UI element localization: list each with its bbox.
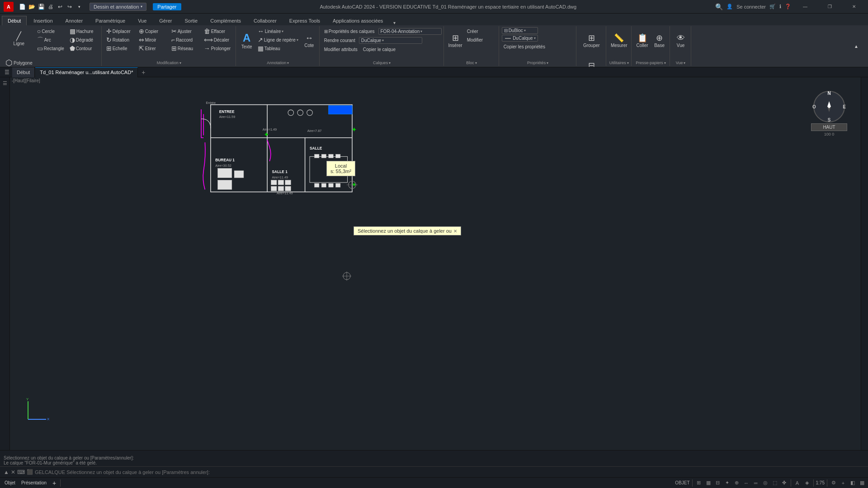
command-input[interactable]	[35, 469, 864, 475]
btn-lineaire[interactable]: ↔ Linéaire ▾	[256, 27, 300, 35]
proprietes-expand[interactable]: ▾	[547, 61, 548, 65]
workspace-icon[interactable]: ▦	[858, 479, 866, 487]
btn-texte[interactable]: A Texte	[239, 27, 255, 54]
prop-type-dropdown[interactable]: ⊟ DuBloc ▾	[502, 27, 538, 34]
tab-express[interactable]: Express Tools	[283, 16, 326, 25]
btn-ligne[interactable]: ╱ Ligne	[4, 27, 34, 51]
btn-dégradé[interactable]: ◑ Dégradé	[68, 36, 99, 44]
doc-tab-debut[interactable]: Début	[12, 67, 35, 77]
btn-base[interactable]: ⊕ Base	[651, 27, 668, 54]
btn-objet[interactable]: Objet	[2, 479, 18, 488]
calque-current-dropdown[interactable]: FOR-04-Annotation ▾	[378, 28, 442, 35]
ribbon-more-tab[interactable]: ▾	[390, 20, 399, 25]
compass-haut-button[interactable]: HAUT	[811, 123, 847, 131]
maximize-button[interactable]: ❐	[819, 0, 840, 14]
calque-color-dropdown[interactable]: DuCalque ▾	[359, 37, 422, 44]
new-tab-button[interactable]: +	[138, 67, 148, 77]
otrack-icon[interactable]: ↔	[742, 479, 750, 487]
btn-etirer[interactable]: ⇱ Etirer	[137, 44, 169, 52]
btn-contour[interactable]: ⬟ Contour	[68, 44, 99, 52]
store-icon[interactable]: 🛒	[769, 4, 776, 9]
btn-hachure[interactable]: ▩ Hachure	[68, 27, 99, 35]
tooltip-close[interactable]: ✕	[453, 229, 457, 234]
qat-undo[interactable]: ↩	[56, 3, 64, 11]
selection-icon[interactable]: ⬚	[771, 479, 779, 487]
btn-add-layout[interactable]: +	[50, 479, 59, 488]
info-icon[interactable]: ℹ	[779, 4, 781, 9]
btn-degrouper[interactable]: ⊟ Dégrouper	[579, 55, 604, 67]
polar-icon[interactable]: ✦	[723, 479, 731, 487]
qat-more[interactable]: ▾	[75, 3, 83, 11]
btn-tableau[interactable]: ▦ Tableau	[256, 44, 300, 52]
gizmo-icon[interactable]: ✤	[780, 479, 788, 487]
tab-vue[interactable]: Vue	[132, 16, 152, 25]
btn-ligne-repere[interactable]: ↗ Ligne de repère ▾	[256, 36, 300, 44]
btn-inserer[interactable]: ⊞ Insérer	[447, 27, 464, 54]
btn-raccord[interactable]: ⌐ Raccord	[170, 36, 201, 44]
hamburger-menu[interactable]: ☰	[2, 67, 12, 77]
btn-effacer[interactable]: 🗑 Effacer	[202, 27, 234, 35]
tab-sortie[interactable]: Sortie	[179, 16, 203, 25]
tab-complements[interactable]: Compléments	[204, 16, 247, 25]
tab-collaborer[interactable]: Collaborer	[248, 16, 283, 25]
btn-grouper[interactable]: ⊞ Grouper	[579, 27, 604, 54]
pp-expand[interactable]: ▾	[664, 61, 666, 65]
tab-debut[interactable]: Début	[2, 16, 27, 25]
prop-line-dropdown[interactable]: DuCalque ▾	[502, 35, 538, 42]
ribbon-collapse[interactable]: ▲	[848, 43, 864, 50]
settings-icon[interactable]: ⚙	[830, 479, 838, 487]
partager-button[interactable]: Partager	[153, 3, 181, 10]
tab-apps[interactable]: Applications associées	[327, 16, 389, 25]
navwheel-icon[interactable]: ◧	[849, 479, 857, 487]
modification-expand[interactable]: ▾	[179, 61, 181, 65]
vue-expand[interactable]: ▾	[684, 61, 685, 65]
btn-proprietes-calques[interactable]: ⊞ Propriétés des calques	[322, 27, 377, 35]
minimize-button[interactable]: —	[795, 0, 816, 14]
search-icon[interactable]: 🔍	[715, 3, 723, 10]
qat-new[interactable]: 📄	[18, 3, 26, 11]
ortho-icon[interactable]: ⊟	[714, 479, 722, 487]
canvas-area[interactable]: -[Haut][Filaire] ENTREE Aire=11.59 BUREA…	[10, 77, 861, 461]
btn-decaler[interactable]: ⟺ Décaler	[202, 36, 234, 44]
panel-menu[interactable]: ☰	[1, 79, 9, 87]
btn-modifier-bloc[interactable]: Modifier	[465, 36, 497, 44]
lineweight-icon[interactable]: ═	[752, 479, 760, 487]
transparency-icon[interactable]: ◎	[761, 479, 769, 487]
snap-grid-icon[interactable]: ⊞	[695, 479, 703, 487]
annotvis-icon[interactable]: ◈	[803, 479, 811, 487]
utilitaires-expand[interactable]: ▾	[627, 61, 629, 65]
qat-print[interactable]: 🖨	[47, 3, 55, 11]
osnap-icon[interactable]: ⊕	[733, 479, 741, 487]
btn-echelle[interactable]: ⊞ Echelle	[104, 44, 136, 52]
btn-creer-bloc[interactable]: Créer	[465, 27, 497, 35]
close-button[interactable]: ✕	[844, 0, 864, 14]
tab-insertion[interactable]: Insertion	[28, 16, 58, 25]
zoom-in-icon[interactable]: +	[839, 479, 847, 487]
cmd-keyboard-icon[interactable]: ⌨	[17, 469, 25, 475]
btn-ajuster[interactable]: ✂ Ajuster	[170, 27, 201, 35]
btn-presentation[interactable]: Présentation	[19, 479, 49, 488]
btn-copier[interactable]: ⊕ Copier	[137, 27, 169, 35]
tab-annoter[interactable]: Annoter	[60, 16, 89, 25]
btn-cote[interactable]: ↔ Cote	[301, 27, 317, 54]
btn-modifier-attributs[interactable]: Modifier attributs	[322, 45, 359, 53]
snap-icon[interactable]: ▦	[704, 479, 712, 487]
tab-gerer[interactable]: Gérer	[153, 16, 178, 25]
help-icon[interactable]: ❓	[785, 4, 791, 9]
qat-open[interactable]: 📂	[28, 3, 36, 11]
qat-save[interactable]: 💾	[37, 3, 45, 11]
annotscale-icon[interactable]: A	[793, 479, 802, 487]
workspace-selector[interactable]: Dessin et annotation ▾	[90, 3, 146, 11]
btn-coller[interactable]: 📋 Coller	[634, 27, 651, 54]
btn-mesurer[interactable]: 📏 Mesurer	[609, 27, 629, 54]
btn-miroir[interactable]: ⇔ Miroir	[137, 36, 169, 44]
btn-reseau[interactable]: ⊞ Réseau	[170, 44, 201, 52]
qat-redo[interactable]: ↪	[66, 3, 74, 11]
btn-arc[interactable]: ⌒ Arc	[35, 36, 67, 44]
annotation-expand[interactable]: ▾	[287, 61, 289, 65]
btn-vue[interactable]: 👁 Vue	[673, 27, 689, 54]
calques-expand[interactable]: ▾	[389, 61, 391, 65]
tab-parametrique[interactable]: Paramétrique	[90, 16, 131, 25]
btn-copier-calque[interactable]: Copier le calque	[361, 45, 397, 53]
btn-deplacer[interactable]: ✛ Déplacer	[104, 27, 136, 35]
